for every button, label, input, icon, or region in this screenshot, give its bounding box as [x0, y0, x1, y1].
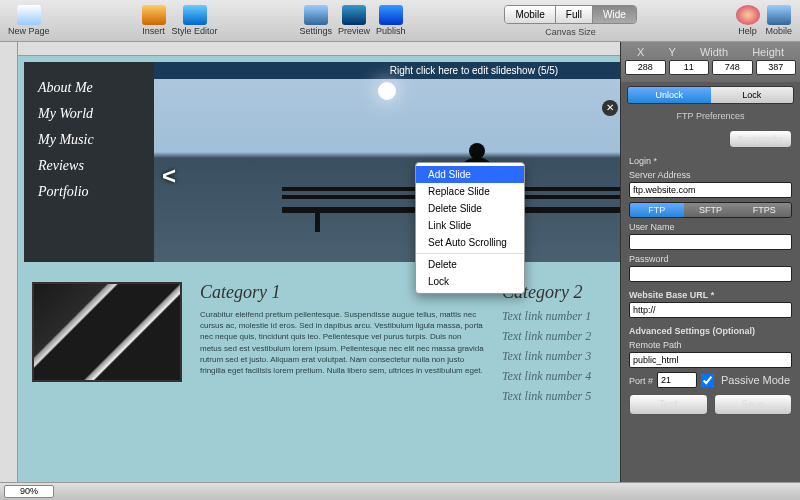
- canvas-size-group: Mobile Full Wide Canvas Size: [504, 5, 636, 37]
- test-button[interactable]: Test: [629, 394, 708, 415]
- new-page-button[interactable]: New Page: [8, 5, 50, 36]
- x-label: X: [637, 46, 644, 58]
- upload-icon: [379, 5, 403, 25]
- base-url-label: Website Base URL *: [629, 290, 792, 300]
- help-label: Help: [738, 26, 757, 36]
- username-input[interactable]: [629, 234, 792, 250]
- ctx-lock[interactable]: Lock: [416, 273, 524, 290]
- main-toolbar: New Page Insert Style Editor Settings Pr…: [0, 0, 800, 42]
- remote-path-label: Remote Path: [629, 340, 792, 350]
- site-nav: About Me My World My Music Reviews Portf…: [24, 62, 154, 262]
- publish-label: Publish: [376, 26, 406, 36]
- ftps-proto-button[interactable]: FTPS: [737, 203, 791, 217]
- settings-label: Settings: [300, 26, 333, 36]
- canvas-mobile-button[interactable]: Mobile: [505, 6, 555, 23]
- inspector-panel: X Y Width Height 288 11 748 387 Unlock L…: [620, 42, 800, 482]
- page-icon: [17, 5, 41, 25]
- canvas-full-button[interactable]: Full: [556, 6, 593, 23]
- thumbnail-image[interactable]: [32, 282, 182, 382]
- canvas-wide-button[interactable]: Wide: [593, 6, 636, 23]
- y-input[interactable]: 11: [669, 60, 710, 75]
- zoom-select[interactable]: 90%: [4, 485, 54, 498]
- passive-label: Passive Mode: [721, 374, 790, 386]
- height-label: Height: [752, 46, 784, 58]
- nav-music[interactable]: My Music: [38, 132, 140, 148]
- login-label: Login *: [629, 156, 792, 166]
- insert-button[interactable]: Insert: [142, 5, 166, 36]
- username-label: User Name: [629, 222, 792, 232]
- nav-about[interactable]: About Me: [38, 80, 140, 96]
- style-editor-button[interactable]: Style Editor: [172, 5, 218, 36]
- advanced-label: Advanced Settings (Optional): [629, 326, 792, 336]
- ctx-delete-slide[interactable]: Delete Slide: [416, 200, 524, 217]
- password-input[interactable]: [629, 266, 792, 282]
- publish-button[interactable]: Publish: [376, 5, 406, 36]
- mobile-label: Mobile: [766, 26, 793, 36]
- width-label: Width: [700, 46, 728, 58]
- help-button[interactable]: Help: [736, 5, 760, 36]
- ctx-delete[interactable]: Delete: [416, 256, 524, 273]
- preview-button[interactable]: Preview: [338, 5, 370, 36]
- brush-icon: [183, 5, 207, 25]
- remote-path-input[interactable]: [629, 352, 792, 368]
- passive-checkbox[interactable]: [701, 374, 714, 387]
- help-icon: [736, 5, 760, 25]
- width-input[interactable]: 748: [712, 60, 753, 75]
- new-page-label: New Page: [8, 26, 50, 36]
- ftp-proto-button[interactable]: FTP: [630, 203, 684, 217]
- preview-label: Preview: [338, 26, 370, 36]
- port-input[interactable]: [657, 372, 697, 388]
- prev-slide-arrow[interactable]: <: [162, 162, 176, 190]
- ctx-add-slide[interactable]: Add Slide: [416, 166, 524, 183]
- style-editor-label: Style Editor: [172, 26, 218, 36]
- y-label: Y: [668, 46, 675, 58]
- nav-portfolio[interactable]: Portfolio: [38, 184, 140, 200]
- context-menu: Add Slide Replace Slide Delete Slide Lin…: [415, 162, 525, 294]
- ctx-separator: [416, 253, 524, 254]
- lock-button[interactable]: Lock: [711, 87, 794, 103]
- category1-body: Curabitur eleifend pretium pellentesque.…: [200, 309, 484, 376]
- x-input[interactable]: 288: [625, 60, 666, 75]
- sftp-proto-button[interactable]: SFTP: [684, 203, 738, 217]
- mobile-icon: [767, 5, 791, 25]
- nav-world[interactable]: My World: [38, 106, 140, 122]
- port-label: Port #: [629, 376, 653, 386]
- password-label: Password: [629, 254, 792, 264]
- base-url-input[interactable]: [629, 302, 792, 318]
- gear-icon: [304, 5, 328, 25]
- nav-reviews[interactable]: Reviews: [38, 158, 140, 174]
- status-bar: 90%: [0, 482, 800, 500]
- mobile-button[interactable]: Mobile: [766, 5, 793, 36]
- insert-label: Insert: [142, 26, 165, 36]
- height-input[interactable]: 387: [756, 60, 797, 75]
- ctx-replace-slide[interactable]: Replace Slide: [416, 183, 524, 200]
- ctx-auto-scroll[interactable]: Set Auto Scrolling: [416, 234, 524, 251]
- unlock-button[interactable]: Unlock: [628, 87, 711, 103]
- pencil-icon: [142, 5, 166, 25]
- server-label: Server Address: [629, 170, 792, 180]
- vertical-ruler: [0, 42, 18, 482]
- server-input[interactable]: [629, 182, 792, 198]
- settings-button[interactable]: Settings: [300, 5, 333, 36]
- close-panel-button[interactable]: ✕: [602, 100, 618, 116]
- ftp-panel-title: FTP Preferences: [621, 108, 800, 124]
- bookmarks-button[interactable]: Bookmarks: [729, 130, 792, 148]
- canvas-size-label: Canvas Size: [545, 27, 596, 37]
- eye-icon: [342, 5, 366, 25]
- ctx-link-slide[interactable]: Link Slide: [416, 217, 524, 234]
- sun-graphic: [378, 82, 396, 100]
- save-button[interactable]: Save: [714, 394, 793, 415]
